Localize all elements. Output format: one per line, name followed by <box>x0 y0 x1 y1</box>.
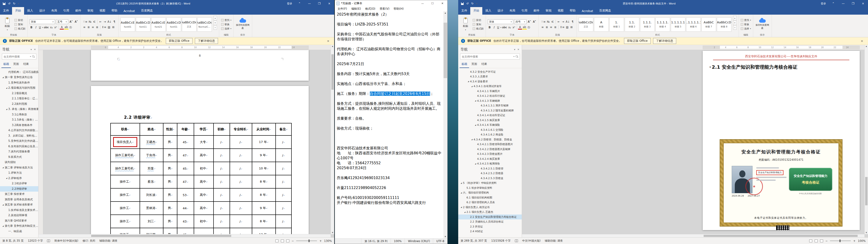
ribbon-tab[interactable]: 引用 <box>519 7 530 14</box>
find-button[interactable]: 查找▾ <box>221 19 231 22</box>
zoom-level[interactable]: 100% <box>858 239 866 243</box>
nav-options-icon[interactable]: ▾ <box>514 48 515 51</box>
horizontal-scrollbar[interactable] <box>38 234 331 237</box>
nav-tree-item[interactable]: 3.1.5承包（服务）… <box>0 117 38 123</box>
accessibility-status[interactable]: 辅助功能: 调查 <box>545 239 563 243</box>
style-tile[interactable]: AaBbCcEfont01 <box>120 18 135 32</box>
page-indicator[interactable]: 第 8 页, 共 35 页 <box>2 239 24 243</box>
nav-tree-item[interactable]: 3、从即日起，资料包… <box>0 133 38 139</box>
ribbon-tab[interactable]: 帮助 <box>567 7 579 14</box>
menu-item[interactable]: 帮助(H) <box>392 6 406 11</box>
nav-tree-item[interactable]: 4.公开谈判文件的获取… <box>0 128 38 133</box>
horizontal-ruler[interactable]: 64224681012141618202224 <box>38 45 331 50</box>
nav-tree-item[interactable]: 2.3 井控证 <box>458 224 522 229</box>
qat-customize-icon[interactable]: ▾ <box>18 3 19 5</box>
nav-tree-item[interactable]: ◢六、项目组织管理机构 <box>458 190 522 196</box>
restore-button[interactable]: ❐ <box>848 0 858 7</box>
nav-tree-item[interactable]: 4.3.4.2.1 防喷管和防喷器图片 <box>458 142 522 147</box>
nav-tree-item[interactable]: 4.3.2 安全生产许可证 <box>458 69 522 74</box>
nav-tree-item[interactable]: ◢第二章 评审标准及方法 <box>0 165 38 170</box>
read-mode-icon[interactable] <box>275 240 278 242</box>
nav-tree-item[interactable]: 3.2商务资格条件 <box>0 123 38 128</box>
nav-close-icon[interactable]: ✕ <box>518 48 519 51</box>
font-color-button[interactable]: A <box>60 25 64 30</box>
show-marks-icon[interactable]: ¶ <box>571 20 575 24</box>
nav-tree-item[interactable]: 4.3.4.1.2 机动车行驶证 <box>458 94 522 99</box>
nav-tab[interactable]: 页面 <box>469 61 479 68</box>
expand-arrow-icon[interactable]: ◢ <box>460 192 463 194</box>
ribbon-tab[interactable]: 开始 <box>470 7 482 14</box>
signin-button[interactable]: 登录 <box>821 2 826 5</box>
learn-more-button[interactable]: 了解详细信息 <box>653 38 676 44</box>
nav-tree-item[interactable]: ◢第五章 技术标准和要求 <box>0 202 38 208</box>
close-button[interactable]: × <box>324 0 334 7</box>
strikethrough-button[interactable]: abc <box>502 25 507 30</box>
certificate-page[interactable]: 西安华邦石油技术发展有限公司----竞争性谈判响应文件 2.1 安全生产知识和管… <box>703 51 860 230</box>
nav-tree-item[interactable]: ◢3. 承包（服务）商资格要求 <box>0 107 38 112</box>
get-office-button[interactable]: 获取正版 Office <box>166 38 192 44</box>
increase-indent-icon[interactable]: ⇥ <box>103 20 107 24</box>
maximize-button[interactable]: ☐ <box>428 0 437 6</box>
style-tile[interactable]: AaBbCcDd正文 <box>579 18 593 32</box>
increase-indent-icon[interactable]: ⇥ <box>561 20 565 24</box>
menu-item[interactable]: 查看(V) <box>378 6 391 11</box>
char-shading-icon[interactable]: Ⓐ <box>527 25 531 30</box>
styles-scroll[interactable]: ▴▾═ <box>733 16 737 33</box>
ribbon-tab[interactable]: Acrobat <box>120 7 138 14</box>
format-painter-button[interactable]: 格式刷 <box>14 27 26 30</box>
font-size-select[interactable]: 四号▾ <box>514 19 526 24</box>
close-icon[interactable]: × <box>859 39 865 43</box>
expand-arrow-icon[interactable]: ◢ <box>474 100 477 102</box>
nav-tree-item[interactable]: 6.2 项目管理机构人员表 <box>458 200 522 205</box>
nav-tree-item[interactable]: 4.3.4.2.3 防喷盒图片 <box>458 152 522 157</box>
undo-icon[interactable]: ↺ <box>8 2 10 5</box>
word-count[interactable]: 13/15928 个字 <box>491 239 510 243</box>
nav-tree-item[interactable]: 2.2谈判范围 <box>0 101 38 107</box>
font-name-select[interactable]: 宋体▾ <box>30 19 55 24</box>
ribbon-tab[interactable]: 布局 <box>506 7 519 14</box>
close-button[interactable]: ✕ <box>437 0 447 6</box>
ribbon-tab[interactable]: 插入 <box>482 7 494 14</box>
decrease-indent-icon[interactable]: ⇤ <box>98 20 102 24</box>
nav-tree-item[interactable]: 2.其他说明事项 <box>0 213 38 218</box>
redo-icon[interactable]: ↻ <box>471 2 473 5</box>
nav-tab[interactable]: 结果 <box>479 61 489 68</box>
ribbon-tab[interactable]: 审阅 <box>542 7 555 14</box>
web-layout-icon[interactable] <box>820 240 823 242</box>
zoom-slider[interactable] <box>296 240 317 241</box>
zoom-in-icon[interactable]: + <box>319 239 322 243</box>
ribbon-tab[interactable]: 引用 <box>60 7 72 14</box>
expand-arrow-icon[interactable]: ◢ <box>1 204 5 206</box>
subscript-button[interactable]: x₂ <box>507 25 512 30</box>
nav-tab[interactable]: 页面 <box>11 61 21 68</box>
menu-item[interactable]: 文件(F) <box>336 6 349 11</box>
sort-icon[interactable]: A↓ <box>107 20 112 24</box>
borders-icon[interactable]: ⊞ <box>569 25 574 29</box>
ribbon-tab[interactable]: 邮件 <box>530 7 542 14</box>
nav-tree-item[interactable]: 4.3.4.1.1 车辆照片 <box>458 89 522 94</box>
close-icon[interactable]: × <box>325 39 331 43</box>
zoom-slider[interactable] <box>830 240 851 241</box>
expand-arrow-icon[interactable]: ◢ <box>470 139 473 140</box>
ribbon-tab[interactable]: 布局 <box>48 7 60 14</box>
borders-icon[interactable]: ⊞ <box>111 25 115 29</box>
style-tile[interactable]: AaBbCcDdNormalC… <box>197 18 212 32</box>
strikethrough-button[interactable]: abc <box>43 25 49 30</box>
zoom-in-icon[interactable]: + <box>853 239 856 243</box>
text-highlight-button[interactable]: ab <box>64 25 68 30</box>
style-tile[interactable]: 1.标题 1 <box>609 18 624 32</box>
ribbon-tab[interactable]: 百度网盘 <box>596 7 614 14</box>
justify-icon[interactable]: ≣ <box>95 25 99 29</box>
nav-tree-item[interactable]: 5.1 初步评审响应资料 <box>458 185 522 190</box>
style-tile[interactable]: AaBbCcDd正文 <box>182 18 196 32</box>
multilevel-list-icon[interactable]: ⑆ <box>551 20 555 24</box>
nav-tree-item[interactable]: 代理机构： 辽河石油勘探局有限公司物资分公… <box>0 69 38 75</box>
horizontal-scrollbar[interactable] <box>522 234 864 237</box>
ribbon-tab[interactable]: 审阅 <box>84 7 96 14</box>
align-center-icon[interactable]: ≣ <box>545 25 549 29</box>
nav-tab[interactable]: 标题 <box>460 61 469 68</box>
nav-tree-item[interactable]: ◢第七章 竞争性谈判响应文… <box>0 223 38 229</box>
nav-tree-item[interactable]: 6.发布谈判采购公告及… <box>0 144 38 149</box>
expand-arrow-icon[interactable]: ◢ <box>463 211 466 213</box>
ribbon-tab[interactable]: 视图 <box>555 7 567 14</box>
